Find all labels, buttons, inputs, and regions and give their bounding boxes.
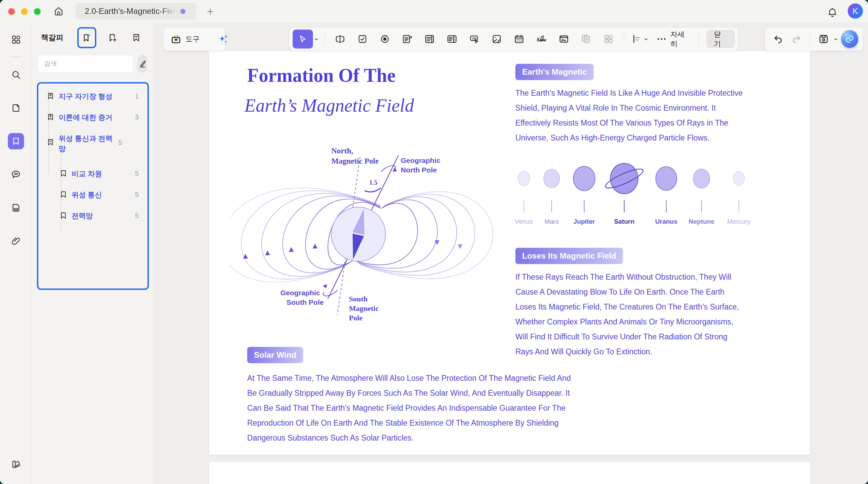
planet-label: Saturn xyxy=(614,218,634,225)
appearance-button[interactable] xyxy=(8,456,24,472)
bookmark-leaf-icon xyxy=(59,169,67,178)
ai-assistant-button[interactable] xyxy=(841,30,858,48)
pages-panel-button[interactable] xyxy=(8,100,24,116)
save-dropdown[interactable] xyxy=(832,36,839,42)
bookmarks-panel-button[interactable] xyxy=(8,133,24,149)
document-canvas[interactable]: Formation Of The Earth’s Magnetic Field xyxy=(154,22,868,484)
bookmark-row[interactable]: 비교 차원 5 xyxy=(42,166,144,182)
sidebar-title: 책갈피 xyxy=(41,33,63,43)
planet-size-chart: Venus Mars Jupiter xyxy=(515,161,753,225)
planet-label: Venus xyxy=(515,218,533,225)
note-icon xyxy=(401,33,413,45)
more-button[interactable]: 자세히 xyxy=(653,30,694,49)
chevron-down-icon xyxy=(313,36,320,42)
divider xyxy=(624,33,624,45)
bookmark-page: 1 xyxy=(135,92,139,100)
avatar[interactable]: K xyxy=(848,3,863,19)
checkbox-icon xyxy=(357,34,368,44)
add-bookmark-button[interactable] xyxy=(105,29,120,46)
add-bookmark-icon xyxy=(107,33,118,43)
cursor-icon xyxy=(298,34,308,44)
alignment-button[interactable] xyxy=(629,30,651,49)
checkbox-tool-button[interactable] xyxy=(352,30,373,49)
swatches-icon xyxy=(11,459,21,470)
signature-tool-button[interactable] xyxy=(531,30,552,49)
text-field-icon xyxy=(334,33,346,45)
ai-tools-button[interactable] xyxy=(215,30,232,49)
form-list-tool-button[interactable] xyxy=(419,30,440,49)
bookmark-row[interactable]: 위성 통신 5 xyxy=(42,187,144,203)
image-tool-button[interactable] xyxy=(486,30,507,49)
radio-button-tool-button[interactable] xyxy=(374,30,395,49)
divider xyxy=(698,33,699,45)
list-box-tool-button[interactable] xyxy=(397,30,418,49)
signature-field-tool-button[interactable] xyxy=(553,30,574,49)
combo-box-tool-button[interactable] xyxy=(441,30,462,49)
copy-icon xyxy=(580,33,592,45)
zoom-window-button[interactable] xyxy=(34,8,41,15)
layout-grid-tool-button[interactable] xyxy=(598,30,619,49)
bookmark-row[interactable]: 전력망 5 xyxy=(42,208,144,224)
bookmark-search-input[interactable] xyxy=(38,55,134,73)
push-button-tool-button[interactable]: OK xyxy=(464,30,485,49)
save-button[interactable] xyxy=(816,31,832,48)
copy-tool-button[interactable] xyxy=(576,30,597,49)
bookmark-label: 위성 통신과 전력망 xyxy=(59,133,116,154)
planet-item: Uranus xyxy=(648,161,685,225)
app-window: 2.0-Earth's-Magnetic-Field K xyxy=(0,0,868,484)
planet-item: Mars xyxy=(533,161,570,225)
notifications-button[interactable] xyxy=(825,5,840,20)
combo-box-icon xyxy=(446,33,458,45)
signature-field-icon xyxy=(558,33,570,45)
ai-bookmark-icon xyxy=(82,33,92,43)
select-tool-dropdown[interactable] xyxy=(313,36,320,42)
home-button[interactable] xyxy=(52,4,66,18)
minimize-window-button[interactable] xyxy=(21,8,28,15)
close-toolbar-button[interactable]: 닫기 xyxy=(706,30,735,48)
date-field-icon xyxy=(513,33,525,45)
thumbnails-panel-button[interactable] xyxy=(8,200,24,216)
collapse-bookmarks-button[interactable] xyxy=(129,29,144,46)
planet-item: Jupiter xyxy=(566,161,603,225)
planet-item: Neptune xyxy=(683,161,720,225)
bookmark-icon xyxy=(11,136,21,146)
section-paragraph: The Earth's Magnetic Field Is Like A Hug… xyxy=(515,86,746,145)
redo-button[interactable] xyxy=(788,31,805,48)
home-icon xyxy=(54,6,64,16)
bookmark-expand-icon xyxy=(46,113,55,121)
comments-panel-button[interactable] xyxy=(8,166,24,183)
panels-menu-button[interactable] xyxy=(8,31,24,48)
select-tool-button[interactable] xyxy=(293,30,313,49)
right-toolbar xyxy=(765,27,863,51)
save-icon xyxy=(818,33,829,45)
undo-button[interactable] xyxy=(770,31,786,48)
comment-icon xyxy=(11,169,21,180)
attachments-panel-button[interactable] xyxy=(8,233,24,249)
ai-bookmark-button[interactable] xyxy=(77,27,96,48)
edit-bookmarks-button[interactable] xyxy=(138,55,147,73)
ai-sparkle-icon xyxy=(218,33,229,45)
planet-item: Mercury xyxy=(720,161,757,225)
bookmark-row[interactable]: 이론에 대한 증거 3 xyxy=(42,109,144,126)
document-tab[interactable]: 2.0-Earth's-Magnetic-Field xyxy=(75,3,196,20)
tools-label: 도구 xyxy=(185,34,200,44)
new-tab-button[interactable] xyxy=(203,5,217,18)
bookmark-row[interactable]: 지구 자기장 형성 1 xyxy=(42,88,144,105)
image-icon xyxy=(491,33,502,45)
chevron-down-icon xyxy=(643,36,649,42)
bookmark-collapse-icon xyxy=(46,138,55,146)
close-label: 닫기 xyxy=(714,30,727,49)
bookmark-row[interactable]: 위성 통신과 전력망 5 xyxy=(42,130,144,157)
avatar-initial: K xyxy=(852,6,858,16)
thumbnail-icon xyxy=(11,203,21,213)
undo-icon xyxy=(773,34,784,44)
date-field-tool-button[interactable] xyxy=(509,30,530,49)
layout-grid-icon xyxy=(603,33,614,45)
text-field-tool-button[interactable] xyxy=(330,30,351,49)
search-panel-button[interactable] xyxy=(8,67,24,83)
diagram-label-north-1: North, xyxy=(331,147,353,155)
diagram-label-south-2: Magnetic xyxy=(349,304,379,313)
close-window-button[interactable] xyxy=(8,8,15,15)
tools-menu-button[interactable]: 도구 xyxy=(169,30,201,49)
planet-label: Uranus xyxy=(655,218,677,225)
